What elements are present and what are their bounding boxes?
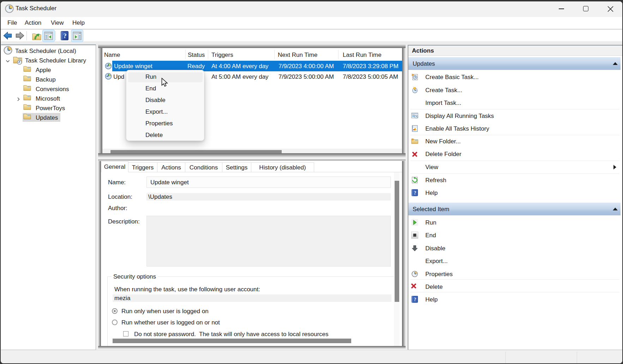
svg-text:?: ? <box>63 32 67 40</box>
